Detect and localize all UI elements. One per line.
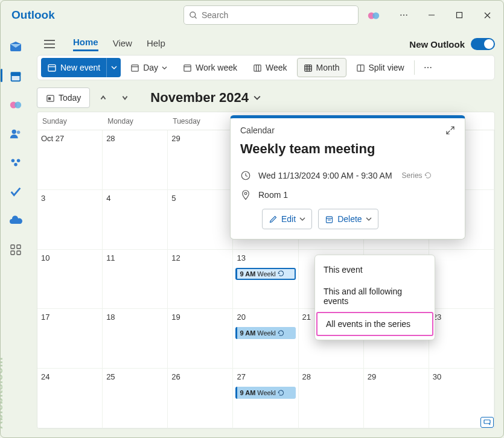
series-label: Series — [402, 171, 423, 180]
split-icon — [356, 63, 365, 72]
day-cell[interactable]: 10 — [37, 250, 103, 309]
popup-title: Weekly team meeting — [240, 141, 455, 157]
month-heading-text: November 2024 — [150, 90, 249, 106]
rail-onedrive[interactable] — [5, 211, 26, 231]
rail-people[interactable] — [5, 124, 26, 144]
svg-rect-8 — [457, 13, 462, 18]
new-outlook-toggle[interactable] — [471, 38, 495, 50]
svg-line-1 — [194, 16, 196, 18]
day-cell[interactable]: 4 — [103, 190, 168, 250]
day-number: 3 — [41, 194, 45, 203]
day-number: 28 — [302, 372, 311, 381]
delete-all-series[interactable]: All events in the series — [316, 312, 433, 336]
chevron-down-icon — [366, 216, 372, 222]
popup-calendar-label: Calendar — [240, 125, 275, 135]
maximize-button[interactable] — [447, 5, 472, 25]
nav-toggle-button[interactable] — [40, 35, 59, 53]
popup-expand-button[interactable] — [445, 125, 455, 135]
svg-point-40 — [11, 159, 15, 163]
day-cell[interactable]: Oct 27 — [37, 130, 103, 190]
new-event-button[interactable]: New event — [41, 58, 121, 77]
day-cell[interactable]: 29 — [364, 369, 429, 428]
view-split-button[interactable]: Split view — [350, 58, 410, 77]
view-day-button[interactable]: Day — [124, 58, 173, 77]
chevron-down-icon — [254, 94, 261, 101]
calendar-event[interactable]: 9 AM Weekl — [235, 327, 295, 339]
delete-this-event[interactable]: This event — [315, 259, 435, 281]
delete-menu: This event This and all following events… — [314, 255, 435, 340]
edit-button[interactable]: Edit — [262, 209, 312, 229]
tab-home[interactable]: Home — [73, 37, 98, 51]
feedback-badge[interactable] — [480, 417, 494, 428]
today-button[interactable]: Today — [37, 87, 90, 108]
day-cell[interactable]: 18 — [103, 309, 168, 369]
day-number: 13 — [237, 253, 245, 262]
calendar-event[interactable]: 9 AM Weekl — [235, 268, 295, 280]
rail-groups[interactable] — [5, 153, 26, 173]
view-month-button[interactable]: Month — [297, 58, 346, 77]
calendar-add-icon — [47, 63, 57, 72]
close-button[interactable] — [474, 5, 500, 25]
day-number: 24 — [41, 372, 49, 381]
day-cell[interactable]: 19 — [168, 309, 233, 369]
day-cell[interactable]: 5 — [168, 190, 233, 250]
calendar-event[interactable]: 9 AM Weekl — [235, 387, 295, 399]
delete-button[interactable]: Delete — [318, 209, 378, 229]
rail-calendar[interactable] — [5, 66, 26, 86]
svg-rect-18 — [184, 65, 191, 71]
ribbon-overflow-button[interactable] — [418, 63, 438, 72]
day-cell[interactable]: 13 9 AM Weekl — [233, 250, 298, 309]
day-number: 18 — [106, 313, 115, 322]
day-label: Day — [143, 63, 158, 72]
search-input[interactable] — [202, 10, 353, 20]
more-icon[interactable] — [391, 5, 416, 25]
week-icon — [253, 63, 262, 72]
day-cell[interactable]: 3 — [37, 190, 103, 250]
day-cell[interactable]: 11 — [103, 250, 168, 309]
day-cell[interactable]: 27 9 AM Weekl — [233, 369, 298, 428]
day-cell[interactable]: 20 9 AM Weekl — [233, 309, 298, 369]
prev-month-button[interactable] — [95, 87, 112, 108]
svg-point-32 — [430, 67, 431, 68]
day-cell[interactable]: 17 — [37, 309, 103, 369]
day-cell[interactable]: 29 — [168, 130, 233, 190]
day-cell[interactable]: 26 — [168, 369, 233, 428]
copilot-icon[interactable] — [367, 9, 380, 22]
ribbon-separator — [414, 60, 415, 75]
day-cell[interactable]: 28 — [299, 369, 364, 428]
search-box[interactable] — [183, 5, 359, 25]
day-cell[interactable]: 25 — [103, 369, 168, 428]
chevron-down-icon — [299, 216, 305, 222]
rail-apps[interactable] — [5, 240, 26, 260]
new-event-caret[interactable] — [106, 58, 121, 77]
rail-mail[interactable] — [5, 37, 26, 57]
rail-copilot[interactable] — [5, 95, 26, 115]
view-week-button[interactable]: Week — [247, 58, 293, 77]
edit-label: Edit — [281, 214, 296, 224]
svg-rect-54 — [484, 420, 490, 424]
view-workweek-button[interactable]: Work week — [177, 58, 243, 77]
next-month-button[interactable] — [116, 87, 133, 108]
tab-help[interactable]: Help — [147, 38, 165, 51]
day-cell[interactable]: 12 — [168, 250, 233, 309]
location-icon — [240, 189, 251, 200]
month-heading[interactable]: November 2024 — [150, 90, 261, 106]
svg-rect-48 — [48, 97, 50, 99]
rail-todo[interactable] — [5, 182, 26, 202]
svg-rect-43 — [11, 245, 14, 249]
day-cell[interactable] — [429, 250, 494, 309]
svg-rect-16 — [132, 65, 138, 71]
app-brand: Outlook — [5, 8, 55, 22]
tab-view[interactable]: View — [113, 38, 132, 51]
svg-rect-46 — [17, 251, 21, 255]
day-cell[interactable]: 24 — [37, 369, 103, 428]
weekday-header: Monday — [103, 112, 168, 130]
day-cell[interactable]: 23 — [429, 309, 494, 369]
day-cell[interactable]: 28 — [103, 130, 168, 190]
minimize-button[interactable] — [419, 5, 444, 25]
day-number: 28 — [106, 134, 115, 143]
chevron-down-icon — [162, 65, 167, 71]
delete-following-events[interactable]: This and all following events — [315, 281, 435, 312]
clock-icon — [240, 170, 251, 181]
split-label: Split view — [369, 63, 404, 72]
